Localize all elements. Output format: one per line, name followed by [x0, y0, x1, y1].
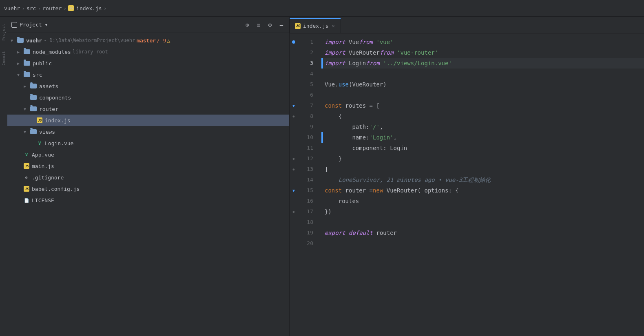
plain-vuerouter-2: VueRouter	[349, 47, 380, 58]
kw-new-15: new	[373, 185, 383, 196]
label-public: public	[33, 60, 52, 66]
tree-item-babel[interactable]: ▶ JS babel.config.js	[7, 183, 289, 195]
plain-closebrace-12: }	[325, 153, 342, 164]
code-line-2: import VueRouter from 'vue-router'	[321, 47, 644, 58]
line-num-6: 6	[298, 90, 313, 100]
tree-item-login-vue[interactable]: ▶ V Login.vue	[7, 137, 289, 149]
gutter-14	[290, 175, 298, 185]
plain-comma-9: ,	[380, 122, 383, 132]
kw-const-15: const	[325, 185, 342, 196]
tree-item-app-vue[interactable]: ▶ V App.vue	[7, 149, 289, 160]
gutter-brace-17[interactable]: ●	[293, 210, 295, 214]
tree-item-public[interactable]: ▶ public	[7, 57, 289, 69]
project-panel-icon[interactable]: Project	[0, 20, 7, 44]
js-file-icon-index: JS	[37, 117, 42, 123]
line-num-12: 12	[298, 153, 313, 164]
tree-item-root[interactable]: ▼ vuehr - D:\Data\WebstormProject\vuehr …	[7, 35, 289, 46]
gutter-8: ●	[290, 111, 298, 122]
gutter-4	[290, 69, 298, 79]
plain-vuerouter-paren-5: (VueRouter)	[349, 79, 387, 90]
git-file-icon: ⚙	[24, 175, 29, 180]
panel-title[interactable]: Project ▼	[11, 22, 47, 28]
breadcrumb-vuehr[interactable]: vuehr	[4, 5, 20, 11]
gutter-19	[290, 228, 298, 238]
tree-item-components[interactable]: ▶ components	[7, 92, 289, 103]
breadcrumb-sep-3: ›	[63, 5, 66, 11]
tree-item-license[interactable]: ▶ 📄 LICENSE	[7, 195, 289, 206]
file-panel: Project ▼ ⊕ ≡ ⚙ — ▼ vuehr - D:\Data\Webs…	[7, 17, 290, 336]
plain-vue-1: Vue	[349, 37, 359, 47]
gutter-area: ▼ ● ● ● ▼ ●	[290, 33, 298, 336]
line-num-3: 3	[298, 58, 313, 69]
gutter-brace-8[interactable]: ●	[293, 115, 295, 118]
label-app-vue: App.vue	[32, 152, 54, 158]
tab-js-icon: JS	[295, 23, 301, 29]
gutter-dot-1	[292, 40, 295, 44]
tree-item-main-js[interactable]: ▶ JS main.js	[7, 160, 289, 172]
gutter-brace-12[interactable]: ●	[293, 157, 295, 161]
label-login-vue: Login.vue	[45, 140, 73, 146]
folder-icon-src	[24, 72, 30, 77]
label-node-modules: node_modules	[33, 49, 71, 55]
kw-export-19: export	[325, 228, 345, 238]
commit-panel-icon[interactable]: Commit	[0, 46, 7, 71]
label-views: views	[39, 129, 55, 135]
minimize-action-icon[interactable]: —	[278, 21, 285, 29]
line-num-9: 9	[298, 122, 313, 132]
code-line-13: ]	[321, 164, 644, 175]
plain-vuerouter-15: VueRouter( options: {	[387, 185, 459, 196]
breadcrumb-router[interactable]: router	[42, 5, 62, 11]
line-num-18: 18	[298, 217, 313, 228]
editor-area: JS index.js × ▼ ● ● ●	[290, 17, 644, 336]
code-content[interactable]: import Vue from 'vue' import VueRouter f…	[320, 33, 644, 336]
globe-action-icon[interactable]: ⊕	[243, 21, 251, 29]
code-line-20	[321, 238, 644, 249]
breadcrumb-sep-1: ›	[22, 5, 25, 11]
str-vue-1: 'vue'	[376, 37, 393, 47]
arrow-assets: ▶	[24, 84, 30, 88]
tab-label: index.js	[303, 23, 329, 29]
panel-title-icon	[11, 22, 17, 28]
gutter-brace-7[interactable]: ▼	[292, 104, 295, 108]
folder-icon-root	[17, 38, 24, 43]
tab-close-button[interactable]: ×	[331, 22, 336, 30]
git-count: / 9	[157, 38, 166, 44]
code-line-1: import Vue from 'vue'	[321, 37, 644, 47]
plain-router-19: router	[376, 228, 397, 238]
breadcrumb-src[interactable]: src	[27, 5, 36, 11]
code-editor: ▼ ● ● ● ▼ ● 1 2 3 4 5	[290, 33, 644, 336]
git-branch: master	[137, 38, 156, 44]
kw-from-3: from	[366, 58, 380, 69]
folder-icon-router	[30, 106, 37, 111]
tree-item-node-modules[interactable]: ▶ node_modules library root	[7, 46, 289, 57]
gutter-brace-13[interactable]: ●	[293, 168, 295, 171]
kw-import-3: import	[325, 58, 345, 69]
label-index-js: index.js	[45, 117, 71, 124]
panel-header: Project ▼ ⊕ ≡ ⚙ —	[7, 17, 289, 33]
arrow-router: ▼	[24, 107, 30, 111]
code-line-10: name: 'Login',	[321, 132, 644, 143]
line-num-11: 11	[298, 143, 313, 153]
gutter-7: ▼	[290, 100, 298, 111]
breadcrumb-indexjs[interactable]: index.js	[76, 5, 102, 11]
folder-icon-views	[30, 129, 37, 134]
filter-action-icon[interactable]: ≡	[255, 21, 262, 29]
line-num-17: 17	[298, 206, 313, 217]
str-path-9: '/'	[370, 122, 380, 132]
tab-bar: JS index.js ×	[290, 17, 644, 33]
code-line-12: }	[321, 153, 644, 164]
tree-item-gitignore[interactable]: ▶ ⚙ .gitignore	[7, 172, 289, 183]
comment-14: LoneSurvivor, 21 minutes ago • vue-3工程初始…	[325, 175, 491, 185]
tree-item-assets[interactable]: ▶ assets	[7, 80, 289, 92]
code-line-5: Vue.use(VueRouter)	[321, 79, 644, 90]
gear-action-icon[interactable]: ⚙	[266, 21, 274, 29]
tree-item-views[interactable]: ▼ views	[7, 126, 289, 137]
tab-index-js[interactable]: JS index.js ×	[290, 18, 341, 33]
tree-item-router[interactable]: ▼ router	[7, 103, 289, 115]
line-num-13: 13	[298, 164, 313, 175]
gutter-brace-15[interactable]: ▼	[292, 188, 295, 193]
tree-item-index-js[interactable]: ▶ JS index.js	[7, 115, 289, 126]
tree-item-src[interactable]: ▼ src	[7, 69, 289, 80]
code-line-19: export default router	[321, 228, 644, 238]
code-line-17: })	[321, 206, 644, 217]
